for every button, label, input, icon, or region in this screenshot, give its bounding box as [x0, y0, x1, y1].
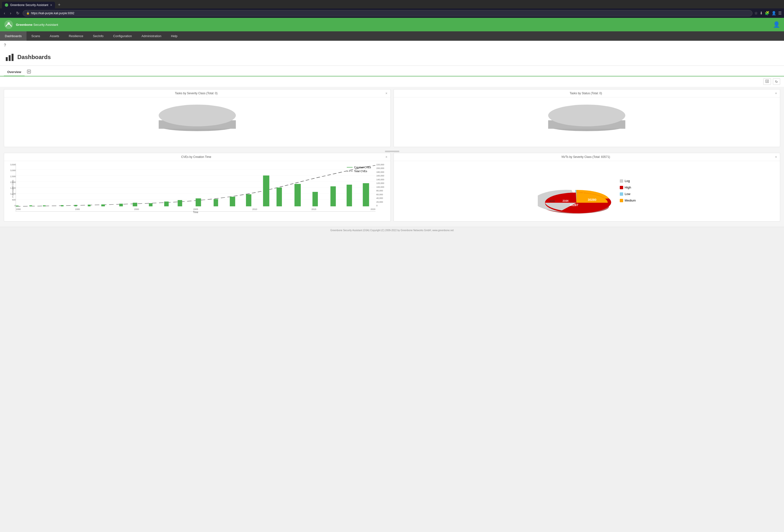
bookmark-icon[interactable]: ☆ [754, 11, 758, 16]
medium-color [620, 199, 623, 202]
empty-pie-chart-left [159, 105, 236, 138]
legend-total-cves: Total CVEs [347, 170, 371, 173]
tab-favicon [5, 3, 8, 7]
medium-label-text: Medium [624, 199, 636, 202]
nav-item-help[interactable]: Help [166, 31, 182, 41]
pie-top-left [159, 105, 236, 126]
nvt-legend-medium: Medium [620, 199, 636, 202]
legend-created-label: Created CVEs [354, 166, 371, 169]
tasks-status-panel: Tasks by Status (Total: 0) × [394, 89, 780, 147]
svg-rect-30 [214, 199, 218, 206]
nav-item-scans[interactable]: Scans [27, 31, 45, 41]
nav-item-secinfo[interactable]: SecInfo [88, 31, 108, 41]
dashboards-icon [5, 52, 15, 62]
legend-created-line [347, 167, 353, 168]
nvts-legend: Log High Low Medium [620, 179, 636, 203]
nav-item-resilience[interactable]: Resilience [64, 31, 88, 41]
nav-item-configuration[interactable]: Configuration [108, 31, 137, 41]
footer-text: Greenbone Security Assistant (GSA) Copyr… [330, 229, 454, 232]
nvts-severity-close[interactable]: × [775, 155, 777, 159]
menu-icon[interactable]: ☰ [778, 11, 782, 16]
app-logo-text: Greenbone Security Assistant [16, 23, 58, 27]
svg-rect-2 [6, 57, 8, 61]
x-axis-title: Time [16, 211, 375, 213]
cves-svg [16, 164, 375, 207]
medium-label: 30280 [588, 198, 596, 202]
tasks-severity-title: Tasks by Severity Class (Total: 0) [7, 92, 385, 95]
download-icon[interactable]: ⬇ [760, 11, 763, 16]
nvts-severity-panel: NVTs by Severity Class (Total: 83571) × [394, 153, 780, 221]
reload-button[interactable]: ↻ [15, 10, 21, 17]
tabs-bar: Overview [0, 68, 784, 77]
nav-item-dashboards[interactable]: Dashboards [0, 31, 27, 41]
svg-rect-32 [246, 194, 251, 206]
svg-rect-19 [43, 205, 46, 206]
cves-time-header: CVEs by Creation Time × [4, 153, 390, 161]
top-charts-row: Tasks by Severity Class (Total: 0) × Tas… [4, 89, 780, 147]
browser-nav-bar: ‹ › ↻ 🔒 https://kali-purple.kali.purple:… [0, 8, 784, 18]
log-label: 4040 [550, 200, 555, 203]
svg-rect-31 [230, 197, 235, 206]
pie-top-right [548, 105, 625, 126]
nav-item-administration[interactable]: Administration [137, 31, 166, 41]
nvts-severity-title: NVTs by Severity Class (Total: 83571) [397, 155, 775, 158]
tab-close-btn[interactable]: × [50, 3, 52, 7]
nvt-legend-log: Log [620, 179, 636, 183]
nvts-pie-svg: 30280 46287 2164 4040 [538, 167, 615, 215]
app-logo: Greenbone Security Assistant [4, 20, 58, 29]
svg-rect-36 [312, 192, 318, 206]
greenbone-logo-icon [4, 20, 13, 29]
tasks-severity-header: Tasks by Severity Class (Total: 0) × [4, 89, 390, 97]
tasks-severity-body [4, 97, 390, 146]
cves-time-panel: CVEs by Creation Time × 3,500 3,000 2,50… [4, 153, 391, 221]
svg-rect-34 [277, 187, 282, 206]
high-label-text: High [624, 186, 631, 189]
scroll-area [4, 150, 780, 153]
svg-rect-20 [61, 205, 63, 206]
svg-rect-22 [88, 205, 90, 206]
refresh-button[interactable]: ↻ [773, 78, 780, 85]
extension-icon[interactable]: 🧩 [765, 11, 769, 16]
forward-button[interactable]: › [8, 10, 12, 17]
high-label: 46287 [569, 203, 578, 207]
tasks-status-close[interactable]: × [775, 91, 777, 95]
nav-right-icons: ☆ ⬇ 🧩 👤 ☰ [754, 11, 782, 16]
svg-rect-17 [16, 206, 19, 206]
svg-rect-18 [29, 205, 32, 206]
new-tab-button[interactable]: + [56, 1, 62, 8]
nvt-legend-low: Low [620, 192, 636, 196]
svg-rect-35 [295, 184, 301, 206]
cves-time-close[interactable]: × [385, 155, 387, 159]
svg-rect-28 [178, 200, 182, 206]
page-header: Dashboards [0, 50, 784, 66]
app-nav: Dashboards Scans Assets Resilience SecIn… [0, 31, 784, 41]
svg-rect-39 [363, 183, 369, 206]
cves-time-body: 3,500 3,000 2,500 2,000 1,500 1,000 500 … [4, 161, 390, 214]
tab-add-button[interactable] [25, 68, 33, 76]
add-tab-icon [27, 70, 31, 73]
tasks-severity-close[interactable]: × [385, 91, 387, 95]
page-title: Dashboards [17, 54, 51, 60]
legend-total-label: Total CVEs [354, 170, 367, 173]
scrollbar-thumb[interactable] [385, 151, 399, 152]
svg-rect-38 [346, 185, 352, 206]
page-help-icon[interactable]: ? [0, 41, 784, 50]
svg-rect-23 [101, 204, 105, 206]
nav-item-assets[interactable]: Assets [45, 31, 64, 41]
tab-title: Greenbone Security Assistant [10, 3, 48, 7]
export-button[interactable] [763, 78, 771, 85]
tasks-status-title: Tasks by Status (Total: 0) [397, 92, 775, 95]
address-bar[interactable]: 🔒 https://kali-purple.kali.purple:9392 [23, 10, 752, 17]
svg-rect-25 [133, 203, 137, 206]
profile-icon[interactable]: 👤 [772, 11, 776, 16]
user-profile-icon[interactable]: 👤 [773, 21, 780, 28]
legend-created-cves: Created CVEs [347, 166, 371, 169]
tab-overview[interactable]: Overview [4, 68, 25, 77]
back-button[interactable]: ‹ [2, 10, 6, 17]
tab-bar: Greenbone Security Assistant × + [0, 0, 784, 8]
active-browser-tab[interactable]: Greenbone Security Assistant × [2, 2, 55, 8]
address-text: https://kali-purple.kali.purple:9392 [31, 11, 74, 15]
svg-point-1 [7, 22, 10, 25]
charts-area: Tasks by Severity Class (Total: 0) × Tas… [0, 87, 784, 227]
svg-rect-3 [9, 55, 10, 61]
